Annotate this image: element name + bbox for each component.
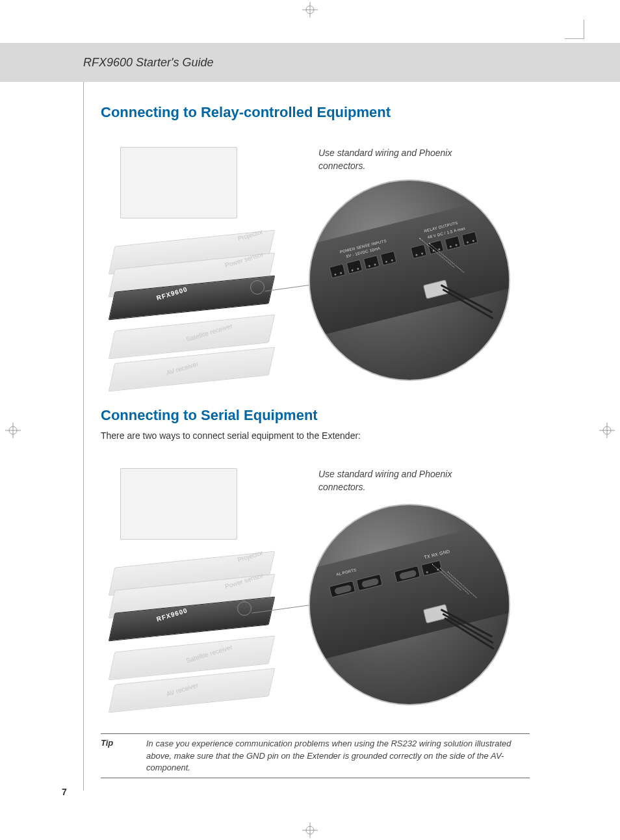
tip-block: Tip In case you experience communication… [101,733,530,778]
cable-assembly [418,600,496,678]
figure-caption: Use standard wiring and Phoenix connecto… [318,147,487,172]
equipment-rack-illustration: Projector Power sensor RFX9600 Satellite… [101,160,296,368]
figure-caption: Use standard wiring and Phoenix connecto… [318,468,487,493]
cable-assembly [418,276,496,354]
tip-label: Tip [101,738,127,774]
section-heading-relay: Connecting to Relay-controlled Equipment [101,104,543,121]
page-header: RFX9600 Starter's Guide [0,43,620,82]
magnifier-serial: AL PORTS TX RX GND [309,504,510,705]
section-intro: There are two ways to connect serial equ… [101,430,543,441]
page-number: 7 [62,787,67,797]
equipment-rack-illustration: Projector Power sensor RFX9600 Satellite… [101,481,296,689]
section-heading-serial: Connecting to Serial Equipment [101,407,543,424]
registration-mark-icon [302,822,318,838]
figure-serial: Use standard wiring and Phoenix connecto… [101,449,530,709]
figure-relay: Use standard wiring and Phoenix connecto… [101,127,530,381]
registration-mark-icon [302,2,318,18]
registration-mark-icon [5,423,21,438]
leader-source [250,280,265,295]
leader-source [237,601,252,616]
magnifier-relay: POWER SENSE INPUTS 5V - 15VDC 10mA RELAY… [309,179,510,381]
registration-mark-icon [599,423,615,438]
crop-corner-icon [584,20,584,39]
tip-text: In case you experience communication pro… [146,738,530,774]
projector-screen-shape [120,147,237,218]
guide-title: RFX9600 Starter's Guide [83,56,214,70]
margin-rule [83,82,84,791]
projector-screen-shape [120,468,237,540]
